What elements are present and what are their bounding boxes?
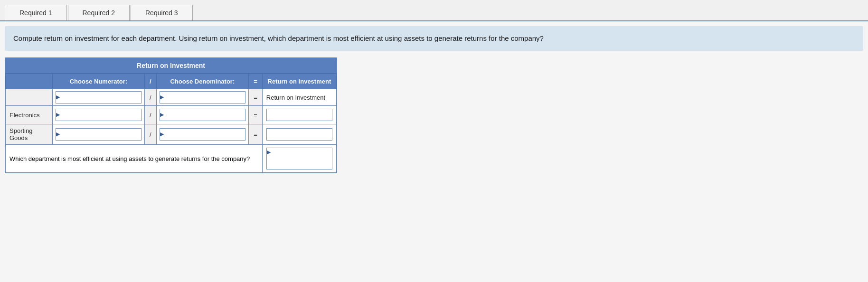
roi-table: Choose Numerator: / Choose Denominator: … <box>5 74 337 173</box>
row3-numerator-cell[interactable]: ▶ <box>52 124 144 145</box>
footer-answer-cell[interactable]: ▶ <box>262 145 336 173</box>
th-slash: / <box>144 74 156 89</box>
tab-required-2[interactable]: Required 2 <box>68 5 130 20</box>
instruction-area: Compute return on investment for each de… <box>5 26 863 51</box>
footer-question: Which department is most efficient at us… <box>6 145 263 173</box>
row3-denominator-arrow-icon: ▶ <box>160 131 167 138</box>
row3-equals: = <box>249 124 263 145</box>
row1-numerator-arrow-icon: ▶ <box>56 94 63 101</box>
th-numerator: Choose Numerator: <box>52 74 144 89</box>
row2-numerator-dropdown[interactable]: ▶ <box>56 109 142 121</box>
th-denominator: Choose Denominator: <box>156 74 249 89</box>
row3-result-input[interactable] <box>266 128 332 141</box>
row2-denominator-dropdown[interactable]: ▶ <box>160 109 246 121</box>
tab-required-1[interactable]: Required 1 <box>5 5 67 20</box>
row3-numerator-dropdown[interactable]: ▶ <box>56 128 142 141</box>
row3-label: SportingGoods <box>6 124 53 145</box>
row1-denominator-cell[interactable]: ▶ <box>156 89 249 106</box>
row1-denominator-dropdown[interactable]: ▶ <box>160 91 246 103</box>
row2-denominator-cell[interactable]: ▶ <box>156 106 249 124</box>
footer-row: Which department is most efficient at us… <box>6 145 337 173</box>
th-result: Return on Investment <box>262 74 336 89</box>
row1-numerator-dropdown[interactable]: ▶ <box>56 91 142 103</box>
th-equals: = <box>249 74 263 89</box>
table-header-row: Choose Numerator: / Choose Denominator: … <box>6 74 337 89</box>
row2-equals: = <box>249 106 263 124</box>
row3-result[interactable] <box>262 124 336 145</box>
table-row: Electronics ▶ / ▶ = <box>6 106 337 124</box>
row3-slash: / <box>144 124 156 145</box>
footer-answer-arrow-icon: ▶ <box>267 149 274 156</box>
row1-denominator-arrow-icon: ▶ <box>160 94 167 101</box>
tab-required-3[interactable]: Required 3 <box>131 5 193 20</box>
footer-answer-dropdown[interactable]: ▶ <box>266 148 332 169</box>
table-row: SportingGoods ▶ / ▶ = <box>6 124 337 145</box>
th-label <box>6 74 53 89</box>
row3-numerator-arrow-icon: ▶ <box>56 131 63 138</box>
row2-numerator-cell[interactable]: ▶ <box>52 106 144 124</box>
table-title: Return on Investment <box>5 58 337 74</box>
row1-equals: = <box>249 89 263 106</box>
row2-slash: / <box>144 106 156 124</box>
row1-result: Return on Investment <box>262 89 336 106</box>
row2-result-input[interactable] <box>266 109 332 121</box>
row2-label: Electronics <box>6 106 53 124</box>
row1-numerator-cell[interactable]: ▶ <box>52 89 144 106</box>
row2-denominator-arrow-icon: ▶ <box>160 112 167 118</box>
row2-result[interactable] <box>262 106 336 124</box>
row1-slash: / <box>144 89 156 106</box>
table-row: ▶ / ▶ = Return on Investment <box>6 89 337 106</box>
instruction-text: Compute return on investment for each de… <box>13 34 544 42</box>
row1-label <box>6 89 53 106</box>
table-container: Return on Investment Choose Numerator: /… <box>5 57 337 173</box>
tabs-container: Required 1 Required 2 Required 3 <box>0 0 868 21</box>
row3-denominator-cell[interactable]: ▶ <box>156 124 249 145</box>
page-wrapper: Required 1 Required 2 Required 3 Compute… <box>0 0 868 282</box>
row3-denominator-dropdown[interactable]: ▶ <box>160 128 246 141</box>
row2-numerator-arrow-icon: ▶ <box>56 112 63 118</box>
